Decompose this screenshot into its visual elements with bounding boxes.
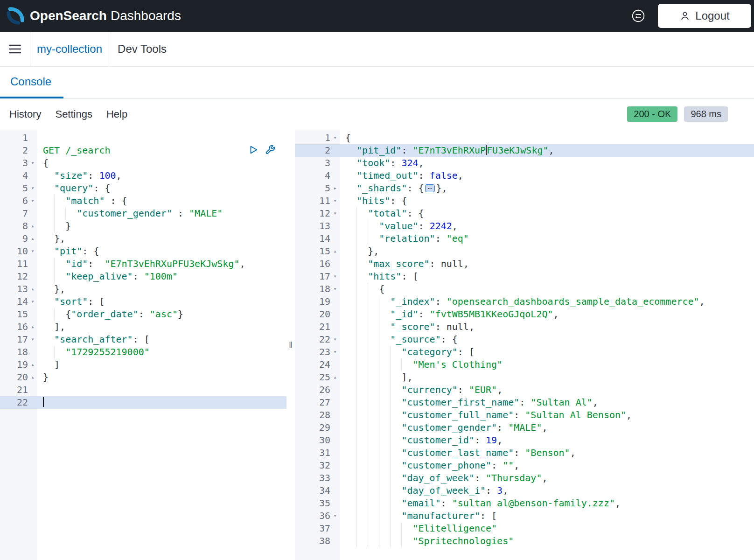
- editor-line: "timed_out": false,: [340, 169, 754, 182]
- status-badge: 200 - OK: [627, 106, 677, 122]
- gutter-line: 29: [295, 421, 340, 434]
- gutter-line: 14▾: [0, 295, 37, 308]
- code-token: ,: [699, 296, 705, 307]
- code-token: ,: [469, 321, 475, 332]
- indent-guide: [379, 421, 390, 434]
- fold-toggle-icon[interactable]: ▾: [330, 195, 340, 207]
- fold-toggle-icon[interactable]: ▾: [28, 195, 37, 207]
- fold-toggle-icon[interactable]: ▾: [330, 283, 340, 295]
- indent-guide: [345, 396, 356, 409]
- code-token: "hits": [368, 271, 401, 282]
- tab-console[interactable]: Console: [0, 67, 63, 98]
- fold-toggle-icon[interactable]: ▴: [28, 371, 37, 384]
- indent-guide: [356, 232, 368, 245]
- indent-guide: [356, 295, 368, 308]
- indent-guide: [54, 220, 65, 232]
- indent-guide: [356, 522, 368, 535]
- code-token: : {: [93, 182, 110, 194]
- gutter-line: 17▾: [0, 333, 37, 346]
- code-token: {: [379, 283, 384, 294]
- indent-guide: [379, 484, 390, 497]
- code-token: :: [401, 145, 412, 156]
- help-button[interactable]: Help: [106, 108, 127, 120]
- editor-line: "sort": [: [37, 295, 286, 308]
- menu-button[interactable]: [0, 32, 30, 66]
- fold-toggle-icon[interactable]: ▾: [330, 132, 340, 144]
- indent-guide: [368, 220, 379, 232]
- code-token: /_search: [65, 145, 110, 156]
- code-token: "": [503, 460, 514, 471]
- indent-guide: [54, 308, 65, 321]
- fold-toggle-icon[interactable]: ▴: [28, 321, 37, 333]
- code-token: : [: [458, 346, 475, 357]
- request-code[interactable]: GET /_search{"size": 100,"query": {"matc…: [37, 130, 286, 560]
- line-number: 32: [295, 459, 330, 472]
- editor-line: }: [37, 220, 286, 232]
- breadcrumb-collection[interactable]: my-collection: [30, 32, 109, 66]
- collapsed-block[interactable]: ⋯: [425, 184, 435, 192]
- console-editors: 123▾45▾6▾78▴9▴10▾111213▴14▾1516▴17▾1819▴…: [0, 130, 754, 560]
- code-token: },: [54, 283, 65, 294]
- code-token: ],: [401, 371, 412, 383]
- request-editor[interactable]: 123▾45▾6▾78▴9▴10▾111213▴14▾1516▴17▾1819▴…: [0, 130, 286, 560]
- indent-guide: [368, 308, 379, 321]
- code-token: "timed_out": [356, 170, 418, 181]
- response-badges: 200 - OK 968 ms: [627, 106, 728, 122]
- line-number: 20: [0, 371, 28, 384]
- indent-guide: [390, 358, 401, 371]
- indent-guide: [345, 384, 356, 396]
- fold-toggle-icon[interactable]: ▾: [330, 270, 340, 283]
- indent-guide: [356, 535, 368, 547]
- request-options-button[interactable]: [265, 145, 275, 155]
- indent-guide: [43, 232, 54, 245]
- indent-guide: [368, 535, 379, 547]
- request-gutter: 123▾45▾6▾78▴9▴10▾111213▴14▾1516▴17▾1819▴…: [0, 130, 37, 560]
- indent-guide: [390, 384, 401, 396]
- fold-toggle-icon[interactable]: ▾: [28, 182, 37, 195]
- editor-line: [37, 396, 286, 409]
- indent-guide: [345, 421, 356, 434]
- line-number: 18: [295, 283, 330, 295]
- fold-toggle-icon[interactable]: ▾: [28, 333, 37, 346]
- fold-toggle-icon[interactable]: ▾: [330, 510, 340, 522]
- indent-guide: [345, 144, 356, 157]
- logout-button[interactable]: Logout: [658, 4, 751, 28]
- send-request-button[interactable]: [248, 145, 258, 155]
- editor-line: {: [37, 157, 286, 169]
- fold-toggle-icon[interactable]: ▴: [330, 245, 340, 258]
- fold-toggle-icon[interactable]: ▾: [330, 346, 340, 358]
- fold-toggle-icon[interactable]: ▾: [28, 157, 37, 169]
- fold-toggle-icon[interactable]: ▸: [330, 182, 340, 195]
- fold-toggle-icon[interactable]: ▴: [330, 371, 340, 384]
- fold-toggle-icon[interactable]: ▴: [28, 232, 37, 245]
- indent-guide: [345, 258, 356, 270]
- indent-guide: [368, 396, 379, 409]
- fold-toggle-icon[interactable]: ▾: [330, 207, 340, 220]
- fold-toggle-icon[interactable]: ▾: [28, 245, 37, 258]
- indent-guide: [379, 308, 390, 321]
- code-token: ,: [570, 447, 576, 458]
- fold-toggle-icon[interactable]: ▾: [330, 333, 340, 346]
- controls-icon[interactable]: [631, 8, 646, 23]
- editor-line: [37, 132, 286, 144]
- settings-button[interactable]: Settings: [55, 108, 92, 120]
- fold-toggle-icon[interactable]: ▾: [28, 295, 37, 308]
- response-gutter: 1▾2345▸11▾12▾131415▴1617▾18▾19202122▾23▾…: [295, 130, 340, 560]
- code-token: :: [514, 447, 525, 458]
- code-token: : [: [88, 296, 105, 307]
- hamburger-icon: [8, 44, 21, 54]
- fold-toggle-icon[interactable]: ▴: [28, 358, 37, 371]
- fold-toggle-icon[interactable]: ▴: [28, 283, 37, 295]
- pane-splitter[interactable]: ‖: [286, 130, 295, 560]
- response-editor[interactable]: 1▾2345▸11▾12▾131415▴1617▾18▾19202122▾23▾…: [295, 130, 754, 560]
- indent-guide: [356, 245, 368, 258]
- fold-toggle-icon[interactable]: ▴: [28, 220, 37, 232]
- splitter-handle-icon: ‖: [289, 340, 293, 350]
- code-token: ,: [116, 170, 122, 181]
- indent-guide: [54, 258, 65, 270]
- history-button[interactable]: History: [9, 108, 41, 120]
- indent-guide: [379, 510, 390, 522]
- code-token: :: [419, 170, 430, 181]
- code-token: GET: [43, 145, 60, 156]
- indent-guide: [368, 472, 379, 484]
